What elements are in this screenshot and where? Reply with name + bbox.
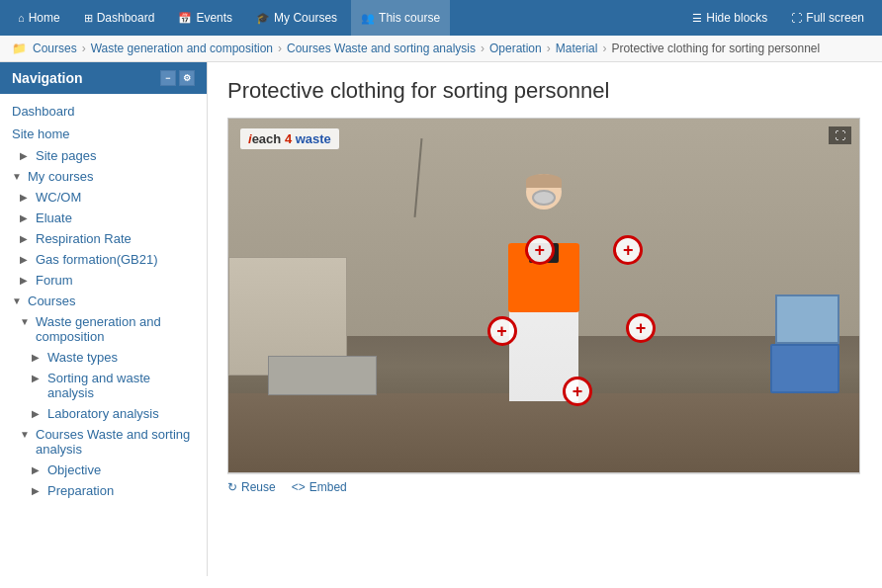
breadcrumb-waste-gen[interactable]: Waste generation and composition: [91, 42, 273, 55]
courses-label: Courses: [28, 294, 199, 308]
site-pages-arrow: ▶: [20, 148, 36, 161]
sidebar-objective[interactable]: ▶ Objective: [0, 460, 207, 480]
respiration-label: Respiration Rate: [36, 231, 199, 246]
dashboard-icon: ⊞: [84, 12, 93, 25]
blocks-icon: ☰: [692, 12, 702, 25]
reuse-btn[interactable]: ↻ Reuse: [227, 480, 276, 494]
nav-this-course[interactable]: 👥 This course: [351, 0, 450, 36]
sidebar-item-wcom[interactable]: ▶ WC/OM: [0, 187, 207, 208]
breadcrumb-courses[interactable]: Courses: [33, 42, 77, 55]
sidebar-my-courses-toggle[interactable]: ▼ My courses: [0, 166, 207, 187]
person-hair: [526, 174, 562, 188]
my-courses-label: My courses: [28, 169, 199, 184]
sidebar-item-gas[interactable]: ▶ Gas formation(GB21): [0, 249, 207, 270]
video-actions: ↻ Reuse <> Embed: [227, 473, 860, 500]
courses-waste-label: Courses Waste and sorting analysis: [36, 427, 199, 457]
breadcrumb-material[interactable]: Material: [556, 42, 598, 55]
floor-box: [268, 356, 377, 395]
breadcrumb-current: Protective clothing for sorting personne…: [611, 42, 820, 55]
crate-bottom: [770, 344, 839, 393]
sidebar-site-pages[interactable]: ▶ Site pages: [0, 145, 207, 166]
waste-gen-label: Waste generation and composition: [36, 314, 199, 344]
folder-icon: 📁: [12, 42, 27, 55]
sidebar-preparation[interactable]: ▶ Preparation: [0, 480, 207, 501]
lab-label: Laboratory analysis: [47, 406, 199, 421]
site-pages-label: Site pages: [36, 148, 199, 163]
sidebar-title: Navigation: [12, 70, 83, 86]
sidebar-item-forum[interactable]: ▶ Forum: [0, 270, 207, 291]
hide-blocks-btn[interactable]: ☰ Hide blocks: [682, 0, 777, 36]
breadcrumb-courses-waste[interactable]: Courses Waste and sorting analysis: [287, 42, 476, 55]
main-layout: Navigation − ⚙ Dashboard Site home ▶ Sit…: [0, 62, 882, 576]
breadcrumb-operation[interactable]: Operation: [489, 42, 542, 55]
gas-label: Gas formation(GB21): [36, 252, 199, 267]
objective-label: Objective: [47, 462, 199, 477]
objective-arrow: ▶: [32, 462, 47, 475]
lab-arrow: ▶: [32, 406, 47, 419]
nav-my-courses[interactable]: 🎓 My Courses: [246, 0, 347, 36]
sidebar-header: Navigation − ⚙: [0, 62, 207, 94]
video-logo: ieach 4 waste: [240, 128, 339, 149]
sidebar: Navigation − ⚙ Dashboard Site home ▶ Sit…: [0, 62, 208, 576]
sidebar-collapse-icon[interactable]: −: [160, 70, 176, 86]
courses-waste-arrow: ▼: [20, 427, 36, 440]
embed-btn[interactable]: <> Embed: [292, 480, 347, 494]
content-area: Protective clothing for sorting personne…: [208, 62, 882, 576]
video-fullscreen-btn[interactable]: ⛶: [829, 126, 851, 144]
sidebar-waste-gen-toggle[interactable]: ▼ Waste generation and composition: [0, 311, 207, 347]
people-icon: 👥: [361, 12, 375, 25]
forum-label: Forum: [36, 273, 199, 288]
top-navigation: ⌂ Home ⊞ Dashboard 📅 Events 🎓 My Courses…: [0, 0, 882, 36]
crate-top: [775, 294, 839, 344]
eluate-label: Eluate: [36, 210, 199, 225]
sidebar-courses-toggle[interactable]: ▼ Courses: [0, 291, 207, 311]
fullscreen-icon: ⛶: [791, 12, 802, 24]
sorting-label: Sorting and waste analysis: [47, 371, 199, 400]
embed-icon: <>: [292, 480, 306, 494]
person: [494, 174, 593, 401]
nav-dashboard[interactable]: ⊞ Dashboard: [74, 0, 165, 36]
waste-gen-arrow: ▼: [20, 314, 36, 327]
respiration-arrow: ▶: [20, 231, 36, 244]
gas-arrow: ▶: [20, 252, 36, 265]
sidebar-sorting[interactable]: ▶ Sorting and waste analysis: [0, 368, 207, 403]
sidebar-site-home[interactable]: Site home: [0, 123, 207, 145]
sidebar-courses-waste-toggle[interactable]: ▼ Courses Waste and sorting analysis: [0, 424, 207, 460]
wall-crack: [414, 138, 423, 217]
breadcrumb: 📁 Courses › Waste generation and composi…: [0, 36, 882, 62]
fullscreen-btn[interactable]: ⛶ Full screen: [781, 0, 874, 36]
forum-arrow: ▶: [20, 273, 36, 286]
sidebar-header-controls: − ⚙: [160, 70, 195, 86]
video-scene: ieach 4 waste: [228, 119, 859, 472]
eluate-arrow: ▶: [20, 210, 36, 223]
hotspot-3[interactable]: +: [487, 316, 517, 346]
sidebar-config-icon[interactable]: ⚙: [179, 70, 195, 86]
top-nav-left: ⌂ Home ⊞ Dashboard 📅 Events 🎓 My Courses…: [8, 0, 682, 36]
sidebar-lab[interactable]: ▶ Laboratory analysis: [0, 403, 207, 424]
home-icon: ⌂: [18, 12, 25, 24]
video-container: ⛶ ieach 4 waste: [227, 118, 860, 473]
wcom-arrow: ▶: [20, 190, 36, 203]
courses-icon: 🎓: [256, 12, 270, 25]
nav-home[interactable]: ⌂ Home: [8, 0, 70, 36]
wcom-label: WC/OM: [36, 190, 199, 205]
sidebar-dashboard[interactable]: Dashboard: [0, 100, 207, 123]
top-nav-right: ☰ Hide blocks ⛶ Full screen: [682, 0, 874, 36]
person-mask: [532, 190, 556, 206]
waste-types-arrow: ▶: [32, 350, 47, 363]
sidebar-item-respiration[interactable]: ▶ Respiration Rate: [0, 228, 207, 249]
nav-events[interactable]: 📅 Events: [168, 0, 242, 36]
reuse-icon: ↻: [227, 480, 237, 494]
hotspot-1[interactable]: +: [525, 235, 555, 265]
preparation-label: Preparation: [47, 483, 199, 498]
sidebar-content: Dashboard Site home ▶ Site pages ▼ My co…: [0, 94, 207, 507]
preparation-arrow: ▶: [32, 483, 47, 496]
sorting-arrow: ▶: [32, 371, 47, 383]
page-title: Protective clothing for sorting personne…: [227, 78, 862, 104]
floor: [228, 393, 859, 472]
hotspot-4[interactable]: +: [626, 313, 656, 343]
my-courses-arrow: ▼: [12, 169, 28, 182]
sidebar-item-eluate[interactable]: ▶ Eluate: [0, 208, 207, 228]
calendar-icon: 📅: [178, 12, 192, 25]
sidebar-waste-types[interactable]: ▶ Waste types: [0, 347, 207, 368]
